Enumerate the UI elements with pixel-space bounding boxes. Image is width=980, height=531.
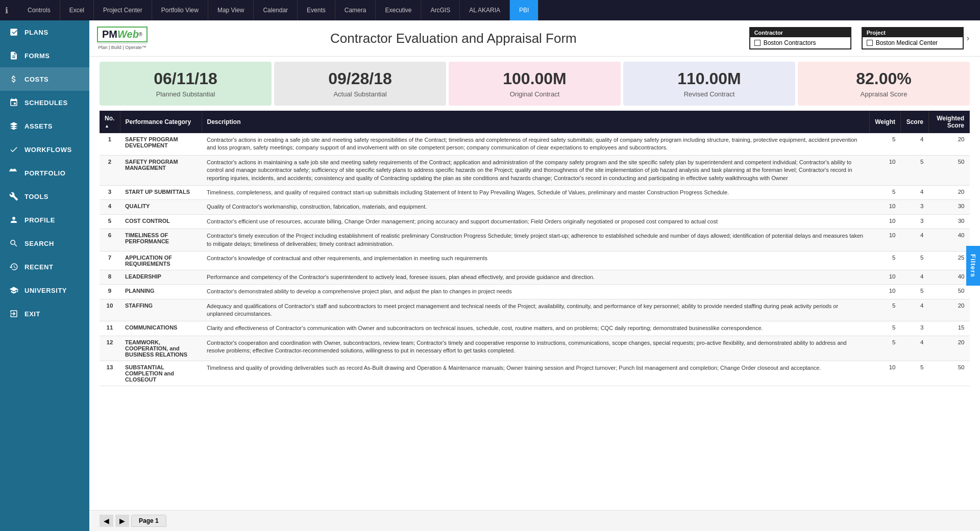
nav-excel[interactable]: Excel	[60, 0, 94, 20]
table-row: 5 COST CONTROL Contractor's efficient us…	[100, 214, 970, 229]
contractor-filter-option[interactable]: Boston Contractors	[750, 37, 850, 48]
cell-category: SAFETY PROGRAM DEVELOPMENT	[120, 133, 202, 155]
sidebar-item-costs[interactable]: COSTS	[0, 67, 89, 91]
table-row: 3 START UP SUBMITTALS Timeliness, comple…	[100, 185, 970, 199]
sidebar-item-recent[interactable]: RECENT	[0, 255, 89, 279]
cell-weighted: 50	[929, 285, 970, 299]
cell-weighted: 15	[929, 321, 970, 336]
project-filter-option[interactable]: Boston Medical Center	[863, 37, 963, 48]
cell-category: TIMELINESS OF PERFORMANCE	[120, 229, 202, 251]
actual-substantial-label: Actual Substantial	[282, 90, 438, 98]
nav-camera[interactable]: Camera	[335, 0, 376, 20]
cell-weighted: 20	[929, 299, 970, 321]
university-icon	[8, 285, 19, 296]
cell-description: Quality of Contractor's workmanship, con…	[202, 200, 870, 214]
cell-description: Contractor's cooperation and coordinatio…	[202, 336, 870, 361]
sidebar-item-portfolio[interactable]: PORTFOLIO	[0, 161, 89, 185]
sidebar-label-costs: COSTS	[24, 75, 48, 83]
stat-planned-substantial: 06/11/18 Planned Substantial	[100, 62, 272, 106]
col-weight: Weight	[870, 111, 901, 133]
table-row: 9 PLANNING Contractor's demonstrated abi…	[100, 285, 970, 299]
project-value: Boston Medical Center	[876, 39, 938, 46]
report-filters: Contractor Boston Contractors Project Bo…	[749, 27, 964, 49]
nav-project-center[interactable]: Project Center	[94, 0, 152, 20]
stats-row: 06/11/18 Planned Substantial 09/28/18 Ac…	[89, 57, 980, 111]
col-category[interactable]: Performance Category	[120, 111, 202, 133]
cell-description: Performance and competency of the Contra…	[202, 270, 870, 284]
cell-no: 4	[100, 200, 120, 214]
col-no: No. ▲	[100, 111, 120, 133]
sidebar-item-workflows[interactable]: WORKFLOWS	[0, 138, 89, 161]
sidebar-item-plans[interactable]: PLANS	[0, 20, 89, 44]
info-icon[interactable]: ℹ	[5, 6, 8, 15]
nav-map-view[interactable]: Map View	[208, 0, 254, 20]
contractor-checkbox[interactable]	[754, 40, 761, 46]
sidebar-label-portfolio: PORTFOLIO	[24, 169, 65, 177]
nav-calendar[interactable]: Calendar	[254, 0, 298, 20]
sidebar-item-assets[interactable]: ASSETS	[0, 114, 89, 138]
cell-no: 1	[100, 133, 120, 155]
workflows-icon	[8, 144, 19, 155]
cell-weighted: 30	[929, 200, 970, 214]
cell-score: 5	[901, 285, 929, 299]
collapse-panel-button[interactable]: ›	[964, 33, 972, 44]
cell-no: 2	[100, 155, 120, 185]
col-description: Description	[202, 111, 870, 133]
cell-score: 5	[901, 155, 929, 185]
page-tab-1[interactable]: Page 1	[131, 515, 166, 527]
sidebar-item-university[interactable]: UNIVERSITY	[0, 279, 89, 302]
sidebar-label-profile: PROFILE	[24, 216, 55, 224]
cell-description: Contractor's timely execution of the Pro…	[202, 229, 870, 251]
nav-arcgis[interactable]: ArcGIS	[421, 0, 460, 20]
cell-category: STAFFING	[120, 299, 202, 321]
planned-substantial-label: Planned Substantial	[107, 90, 264, 98]
cell-description: Contractor's actions in creating a safe …	[202, 133, 870, 155]
nav-portfolio-view[interactable]: Portfolio View	[152, 0, 208, 20]
cell-weighted: 25	[929, 251, 970, 270]
cell-weighted: 40	[929, 270, 970, 284]
cell-weight: 10	[870, 361, 901, 386]
project-checkbox[interactable]	[867, 40, 873, 46]
cell-no: 7	[100, 251, 120, 270]
nav-executive[interactable]: Executive	[376, 0, 421, 20]
sidebar-label-workflows: WORKFLOWS	[24, 146, 72, 154]
contractor-filter-label: Contractor	[750, 28, 850, 37]
filters-tab[interactable]: Filters	[966, 245, 980, 285]
nav-pbi[interactable]: PBI	[510, 0, 538, 20]
revised-contract-value: 110.00M	[631, 69, 788, 88]
cell-weight: 10	[870, 214, 901, 229]
next-page-button[interactable]: ▶	[115, 515, 129, 527]
sidebar-item-tools[interactable]: TOOLS	[0, 185, 89, 208]
nav-al-akaria[interactable]: AL AKARIA	[460, 0, 510, 20]
table-row: 4 QUALITY Quality of Contractor's workma…	[100, 200, 970, 214]
sidebar-item-schedules[interactable]: SCHEDULES	[0, 91, 89, 114]
report-title: Contractor Evaluation and Appraisal Form	[158, 31, 749, 46]
profile-icon	[8, 214, 19, 225]
cell-weight: 10	[870, 200, 901, 214]
stat-appraisal-score: 82.00% Appraisal Score	[798, 62, 970, 106]
nav-items: Controls Excel Project Center Portfolio …	[18, 0, 975, 20]
sidebar-item-search[interactable]: SEARCH	[0, 232, 89, 255]
sidebar-label-assets: ASSETS	[24, 122, 53, 130]
forms-icon	[8, 50, 19, 61]
cell-category: COMMUNICATIONS	[120, 321, 202, 336]
sidebar-item-profile[interactable]: PROFILE	[0, 208, 89, 232]
cell-score: 4	[901, 133, 929, 155]
cell-description: Contractor's knowledge of contractual an…	[202, 251, 870, 270]
cell-score: 5	[901, 251, 929, 270]
portfolio-icon	[8, 167, 19, 179]
prev-page-button[interactable]: ◀	[100, 515, 113, 527]
cell-category: COST CONTROL	[120, 214, 202, 229]
sidebar-item-forms[interactable]: FORMS	[0, 44, 89, 67]
sidebar-item-exit[interactable]: EXIT	[0, 302, 89, 325]
cell-description: Clarity and effectiveness of Contractor'…	[202, 321, 870, 336]
table-row: 8 LEADERSHIP Performance and competency …	[100, 270, 970, 284]
nav-controls[interactable]: Controls	[18, 0, 60, 20]
cell-category: TEAMWORK, COOPERATION, and BUSINESS RELA…	[120, 336, 202, 361]
cell-weighted: 20	[929, 336, 970, 361]
cell-weighted: 50	[929, 361, 970, 386]
exit-icon	[8, 308, 19, 319]
nav-events[interactable]: Events	[298, 0, 335, 20]
original-contract-value: 100.00M	[456, 69, 613, 88]
cell-no: 5	[100, 214, 120, 229]
